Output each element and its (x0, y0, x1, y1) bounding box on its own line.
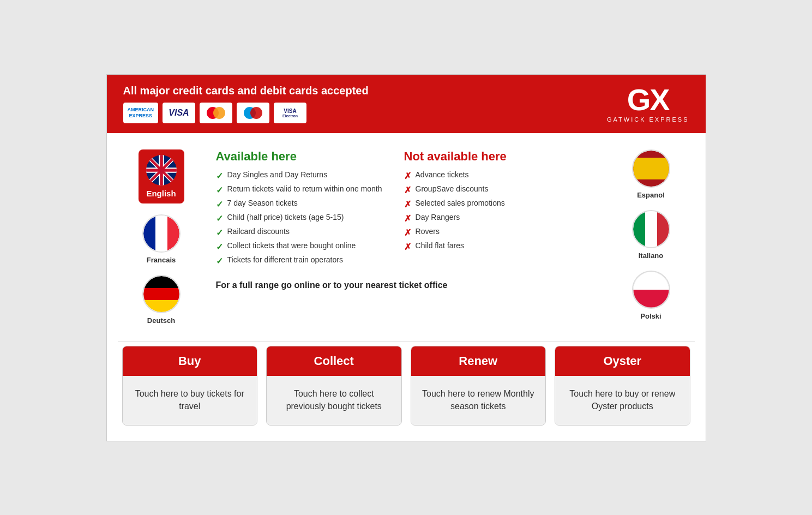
lang-espanol-button[interactable]: Espanol (632, 149, 670, 199)
svg-rect-29 (633, 290, 669, 308)
polski-label: Polski (640, 312, 661, 320)
available-item-4: ✓ Child (half price) tickets (age 5-15) (216, 213, 382, 224)
amex-text: AMERICANEXPRESS (128, 107, 154, 119)
available-item-7: ✓ Tickets for different train operators (216, 255, 382, 266)
svg-rect-28 (633, 272, 669, 290)
check-icon-6: ✓ (216, 242, 223, 252)
available-title: Available here (216, 149, 382, 164)
renew-header: Renew (411, 346, 546, 376)
collect-body: Touch here to collect previously bought … (267, 376, 401, 425)
svg-rect-19 (143, 300, 179, 312)
not-available-title: Not available here (404, 149, 507, 164)
header: All major credit cards and debit cards a… (107, 75, 706, 133)
maestro-logo (237, 103, 269, 123)
collect-button[interactable]: Collect Touch here to collect previously… (266, 346, 402, 426)
svg-rect-26 (657, 211, 669, 247)
svg-rect-14 (155, 215, 167, 251)
mc-circle-orange (213, 107, 225, 119)
visa-electron-text: VISAElectron (282, 108, 298, 118)
svg-rect-13 (143, 215, 155, 251)
maestro-circles (244, 107, 262, 119)
lang-english-button[interactable]: English (139, 149, 184, 203)
header-left: All major credit cards and debit cards a… (123, 85, 369, 123)
renew-body: Touch here to renew Monthly season ticke… (411, 376, 546, 425)
check-icon-3: ✓ (216, 199, 223, 209)
gx-letters: GX (607, 85, 689, 115)
buy-body: Touch here to buy tickets for travel (123, 376, 257, 425)
card-logos: AMERICANEXPRESS VISA (123, 103, 369, 123)
cross-icon-4: ✗ (404, 213, 411, 224)
maestro-circle-red (250, 107, 262, 119)
cross-icon-5: ✗ (404, 227, 411, 238)
center-info: Available here ✓ Day Singles and Day Ret… (205, 149, 608, 325)
not-available-item-6: ✗ Child flat fares (404, 241, 507, 252)
check-icon-4: ✓ (216, 213, 223, 224)
available-col: Available here ✓ Day Singles and Day Ret… (216, 149, 382, 270)
cross-icon-2: ✗ (404, 185, 411, 195)
cross-icon-3: ✗ (404, 199, 411, 209)
available-item-6: ✓ Collect tickets that were bought onlin… (216, 241, 382, 252)
flag-france (142, 214, 181, 253)
check-icon-5: ✓ (216, 227, 223, 238)
deutsch-label: Deutsch (147, 316, 175, 325)
mc-circles (207, 107, 225, 119)
buy-button[interactable]: Buy Touch here to buy tickets for travel (122, 346, 258, 426)
flag-uk (146, 155, 177, 185)
available-item-5: ✓ Railcard discounts (216, 227, 382, 238)
svg-rect-15 (167, 215, 179, 251)
gx-subtitle: GATWICK EXPRESS (607, 116, 689, 123)
flag-spain (632, 149, 670, 188)
oyster-header: Oyster (555, 346, 690, 376)
svg-rect-25 (645, 211, 657, 247)
lang-polski-button[interactable]: Polski (632, 271, 670, 320)
english-label: English (146, 189, 176, 198)
visa-electron-logo: VISAElectron (274, 103, 306, 123)
buy-header: Buy (123, 346, 257, 376)
lang-italiano-button[interactable]: Italiano (632, 210, 670, 260)
header-title: All major credit cards and debit cards a… (123, 85, 369, 97)
visa-card-logo: VISA (163, 103, 195, 123)
cross-icon-6: ✗ (404, 242, 411, 252)
italiano-label: Italiano (639, 251, 664, 260)
check-icon-2: ✓ (216, 185, 223, 195)
flag-germany (142, 275, 181, 313)
svg-rect-18 (143, 288, 179, 300)
svg-rect-22 (633, 158, 669, 179)
espanol-label: Espanol (637, 191, 665, 199)
check-icon-1: ✓ (216, 171, 223, 181)
not-available-item-1: ✗ Advance tickets (404, 170, 507, 181)
not-available-item-2: ✗ GroupSave discounts (404, 184, 507, 195)
visa-text: VISA (169, 108, 189, 118)
lang-deutsch-button[interactable]: Deutsch (142, 275, 181, 325)
full-range-text: For a full range go online or to your ne… (216, 280, 597, 290)
not-available-item-4: ✗ Day Rangers (404, 213, 507, 224)
gx-logo: GX GATWICK EXPRESS (607, 85, 689, 123)
svg-rect-24 (633, 211, 645, 247)
main-container: All major credit cards and debit cards a… (106, 74, 706, 441)
collect-header: Collect (267, 346, 401, 376)
lang-right: Espanol Italiano (618, 149, 684, 325)
oyster-button[interactable]: Oyster Touch here to buy or renew Oyster… (555, 346, 690, 426)
francais-label: Francais (147, 256, 176, 264)
bottom-buttons: Buy Touch here to buy tickets for travel… (118, 341, 695, 430)
flag-italy (632, 210, 670, 248)
check-icon-7: ✓ (216, 256, 223, 266)
not-available-col: Not available here ✗ Advance tickets ✗ G… (404, 149, 507, 270)
available-item-2: ✓ Return tickets valid to return within … (216, 184, 382, 195)
flag-poland (632, 271, 670, 309)
available-item-1: ✓ Day Singles and Day Returns (216, 170, 382, 181)
lang-francais-button[interactable]: Francais (142, 214, 181, 264)
renew-button[interactable]: Renew Touch here to renew Monthly season… (411, 346, 546, 426)
content-area: English Francais (107, 133, 706, 341)
not-available-item-5: ✗ Rovers (404, 227, 507, 238)
svg-rect-17 (143, 276, 179, 288)
amex-card-logo: AMERICANEXPRESS (123, 103, 159, 123)
available-item-3: ✓ 7 day Season tickets (216, 199, 382, 209)
cross-icon-1: ✗ (404, 171, 411, 181)
available-section: Available here ✓ Day Singles and Day Ret… (216, 149, 597, 270)
oyster-body: Touch here to buy or renew Oyster produc… (555, 376, 690, 425)
not-available-item-3: ✗ Selected sales promotions (404, 199, 507, 209)
lang-left: English Francais (129, 149, 194, 325)
mastercard-logo (200, 103, 232, 123)
